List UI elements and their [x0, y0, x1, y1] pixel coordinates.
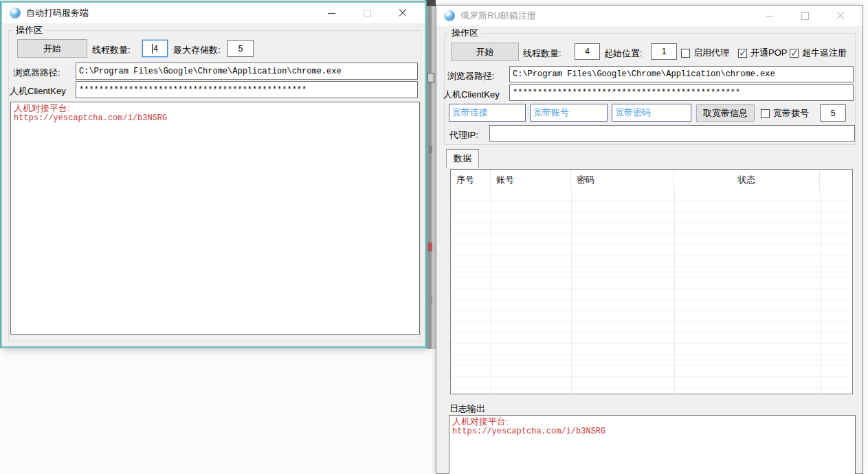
log-line: https://yescaptcha.com/i/b3NSRG — [452, 427, 852, 436]
background-window-fragment — [429, 296, 432, 304]
log-line: 人机对接平台: — [14, 104, 416, 113]
checkbox-icon — [681, 49, 690, 58]
broadband-connection-input[interactable]: 宽带连接 — [449, 104, 526, 122]
start-button[interactable]: 开始 — [451, 43, 519, 61]
text-caret — [152, 44, 153, 54]
log-output-box[interactable]: 人机对接平台: https://yescaptcha.com/i/b3NSRG — [449, 415, 856, 474]
column-header-extra[interactable] — [820, 170, 852, 190]
close-icon — [836, 12, 845, 20]
app-icon — [444, 10, 455, 21]
column-header-password[interactable]: 密码 — [571, 170, 674, 190]
window-captcha-service: 自动打码服务端 操作区 开始 线程数量: 4 最大存储数: 5 浏览器路径: C… — [1, 1, 426, 348]
proxy-ip-label: 代理IP: — [449, 129, 478, 142]
thread-count-label: 线程数量: — [92, 44, 131, 56]
client-key-input[interactable]: ****************************************… — [76, 81, 418, 98]
broadband-account-input[interactable]: 宽带账号 — [530, 104, 608, 122]
log-output-box[interactable]: 人机对接平台: https://yescaptcha.com/i/b3NSRG — [10, 102, 420, 335]
window-title: 俄罗斯RU邮箱注册 — [460, 10, 536, 22]
broadband-connection-placeholder: 宽带连接 — [452, 106, 488, 119]
app-icon — [10, 8, 21, 19]
checkbox-super-register[interactable]: 超牛逼注册 — [790, 47, 847, 59]
close-button[interactable] — [823, 5, 858, 26]
minimize-button[interactable] — [313, 3, 349, 23]
table-gridline — [491, 190, 491, 394]
broadband-password-placeholder: 宽带密码 — [615, 106, 651, 119]
window-title: 自动打码服务端 — [26, 7, 89, 19]
minimize-icon — [328, 13, 335, 14]
operation-group-label: 操作区 — [449, 28, 481, 38]
client-key-label: 人机ClientKey — [10, 85, 66, 98]
browser-path-label: 浏览器路径: — [13, 67, 60, 79]
close-icon — [399, 9, 407, 17]
minimize-icon — [766, 16, 773, 16]
maximize-button[interactable] — [349, 3, 385, 23]
browser-path-label: 浏览器路径: — [447, 70, 495, 82]
minimize-button[interactable] — [751, 5, 787, 26]
thread-count-input[interactable]: 4 — [142, 40, 168, 57]
max-storage-input[interactable]: 5 — [227, 40, 254, 57]
background-window-fragment — [429, 146, 432, 153]
proxy-ip-input[interactable] — [489, 125, 855, 142]
get-broadband-info-button[interactable]: 取宽带信息 — [696, 104, 755, 122]
broadband-account-placeholder: 宽带账号 — [533, 106, 569, 119]
checkbox-label: 宽带拨号 — [773, 107, 809, 120]
checkbox-label: 开通POP — [750, 47, 787, 59]
table-body — [451, 190, 852, 394]
table-gridline — [820, 190, 821, 394]
column-header-index[interactable]: 序号 — [451, 170, 491, 190]
maximize-button[interactable] — [787, 5, 823, 26]
window-ru-email-register: 俄罗斯RU邮箱注册 操作区 开始 线程数量: 4 起始位置: 1 启用代理 开通… — [436, 5, 863, 474]
log-line: 人机对接平台: — [452, 417, 852, 427]
checkbox-open-pop[interactable]: 开通POP — [738, 47, 787, 59]
table-gridline — [674, 190, 675, 394]
start-position-label: 起始位置: — [604, 47, 643, 60]
background-window-fragment — [427, 242, 432, 251]
start-button[interactable]: 开始 — [17, 39, 87, 58]
max-storage-label: 最大存储数: — [173, 44, 221, 56]
column-header-account[interactable]: 账号 — [491, 170, 571, 190]
start-position-input[interactable]: 1 — [651, 43, 677, 60]
checkbox-icon — [790, 49, 799, 58]
background-window-strip-cap — [425, 0, 436, 6]
log-output-label: 日志输出 — [449, 403, 485, 415]
column-header-status[interactable]: 状态 — [674, 170, 820, 190]
maximize-icon — [801, 12, 809, 20]
checkbox-broadband-dial[interactable]: 宽带拨号 — [761, 107, 809, 120]
broadband-password-input[interactable]: 宽带密码 — [612, 104, 691, 122]
broadband-dial-count-input[interactable]: 5 — [820, 104, 846, 122]
thread-count-value: 4 — [153, 44, 158, 54]
client-key-input[interactable]: ****************************************… — [509, 84, 854, 101]
operation-group-label: 操作区 — [13, 25, 45, 35]
checkbox-enable-proxy[interactable]: 启用代理 — [681, 47, 729, 59]
browser-path-input[interactable]: C:\Program Files\Google\Chrome\Applicati… — [76, 63, 418, 80]
log-line: https://yescaptcha.com/i/b3NSRG — [14, 113, 416, 123]
checkbox-label: 超牛逼注册 — [802, 47, 847, 59]
table-header: 序号 账号 密码 状态 — [451, 170, 852, 191]
table-gridline — [571, 190, 572, 394]
browser-path-input[interactable]: C:\Program Files\Google\Chrome\Applicati… — [509, 66, 854, 82]
checkbox-icon — [738, 49, 747, 58]
tab-data[interactable]: 数据 — [446, 149, 479, 168]
background-window-fragment — [427, 73, 434, 82]
data-table[interactable]: 序号 账号 密码 状态 — [450, 169, 853, 394]
maximize-icon — [364, 10, 371, 17]
client-key-label: 人机ClientKey — [443, 89, 500, 101]
close-button[interactable] — [385, 3, 421, 23]
thread-count-label: 线程数量: — [523, 47, 561, 60]
checkbox-icon — [761, 109, 770, 118]
thread-count-input[interactable]: 4 — [575, 43, 600, 60]
checkbox-label: 启用代理 — [693, 47, 729, 59]
